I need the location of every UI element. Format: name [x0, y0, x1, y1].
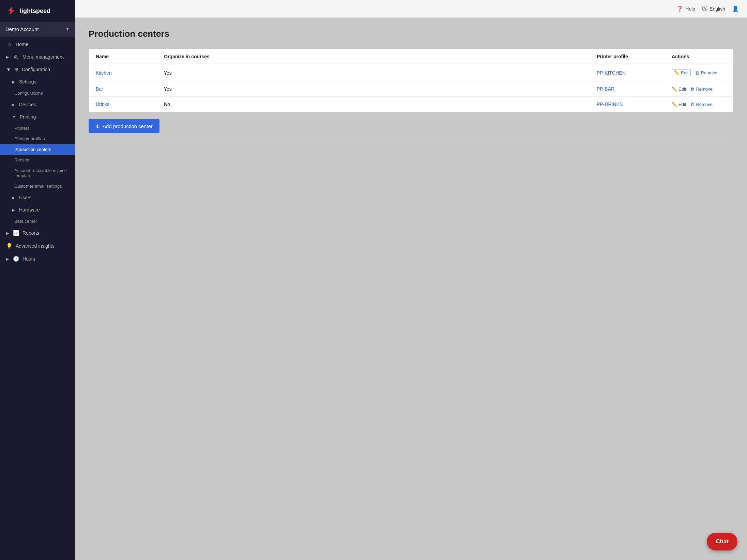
logo-text: lightspeed	[20, 7, 50, 15]
account-name: Demo Account	[5, 26, 39, 32]
row-printer-kitchen[interactable]: PP-KITCHEN	[597, 70, 626, 76]
hours-arrow-icon: ▶	[6, 257, 9, 261]
sidebar-item-production-centers[interactable]: Production centers	[0, 144, 75, 155]
col-header-organize: Organize in courses	[164, 54, 597, 59]
user-menu-button[interactable]: 👤	[732, 5, 739, 12]
sidebar-item-account-receivable[interactable]: Account receivable invoice template	[0, 165, 75, 181]
sidebar-label-users: Users	[19, 195, 32, 200]
divider	[89, 140, 733, 140]
sidebar-item-printers[interactable]: Printers	[0, 123, 75, 134]
row-organize-kitchen: Yes	[164, 70, 597, 76]
sidebar-item-printing[interactable]: ▼ Printing	[0, 111, 75, 123]
edit-icon-bar: ✏️	[672, 87, 677, 92]
sidebar-item-configuration[interactable]: ▼ ⊞ Configuration	[0, 63, 75, 76]
remove-button-drinks[interactable]: 🗑 Remove	[690, 102, 712, 107]
chat-label: Chat	[716, 538, 729, 545]
remove-button-bar[interactable]: 🗑 Remove	[690, 87, 712, 92]
sidebar-label-configuration: Configuration	[22, 67, 50, 72]
table-row: Kitchen Yes PP-KITCHEN ✏️ Edit 🗑 Remove	[89, 64, 733, 81]
sidebar-item-hours[interactable]: ▶ 🕐 Hours	[0, 252, 75, 265]
row-name-drinks[interactable]: Drinks	[96, 102, 109, 107]
account-chevron-icon: ▼	[65, 27, 70, 32]
sidebar-item-receipt[interactable]: Receipt	[0, 155, 75, 165]
edit-button-bar[interactable]: ✏️ Edit	[672, 87, 686, 92]
sidebar-item-home[interactable]: ⌂ Home	[0, 38, 75, 50]
sidebar-item-printing-profiles[interactable]: Printing profiles	[0, 134, 75, 144]
help-label: Help	[685, 6, 695, 12]
table-header-row: Name Organize in courses Printer profile…	[89, 49, 733, 64]
logo-area: lightspeed	[0, 0, 75, 22]
row-actions-kitchen: ✏️ Edit 🗑 Remove	[672, 69, 726, 76]
sidebar-item-devices[interactable]: ▶ Devices	[0, 98, 75, 111]
sidebar-label-production-centers: Production centers	[14, 147, 51, 152]
remove-icon-bar: 🗑	[690, 87, 695, 92]
row-printer-bar[interactable]: PP-BAR	[597, 86, 614, 92]
col-header-name: Name	[96, 54, 164, 59]
row-name-bar[interactable]: Bar	[96, 86, 103, 92]
devices-arrow-icon: ▶	[12, 103, 15, 107]
row-actions-bar: ✏️ Edit 🗑 Remove	[672, 87, 726, 92]
row-organize-drinks: No	[164, 102, 597, 107]
account-selector[interactable]: Demo Account ▼	[0, 22, 75, 36]
col-header-printer: Printer profile	[597, 54, 672, 59]
insights-icon: 💡	[6, 243, 12, 249]
sidebar-item-configurations[interactable]: Configurations	[0, 88, 75, 98]
add-plus-icon: ⊕	[95, 123, 100, 129]
hardware-arrow-icon: ▶	[12, 208, 15, 212]
reports-icon: 📈	[13, 230, 19, 236]
menu-management-icon: ◎	[13, 54, 19, 60]
remove-icon-drinks: 🗑	[690, 102, 695, 107]
sidebar-item-settings[interactable]: ▶ Settings	[0, 76, 75, 88]
edit-button-kitchen[interactable]: ✏️ Edit	[672, 69, 691, 76]
sidebar-label-devices: Devices	[19, 102, 36, 107]
sidebar-label-menu-management: Menu management	[22, 54, 64, 60]
chat-button[interactable]: Chat	[707, 533, 737, 550]
sidebar-label-printing: Printing	[20, 114, 36, 120]
edit-button-drinks[interactable]: ✏️ Edit	[672, 102, 686, 107]
add-production-center-button[interactable]: ⊕ Add production center	[89, 119, 159, 133]
sidebar-item-menu-management[interactable]: ▶ ◎ Menu management	[0, 50, 75, 63]
users-arrow-icon: ▶	[12, 196, 15, 200]
sidebar-label-home: Home	[16, 42, 28, 47]
sidebar-label-beta-center: Beta center	[14, 219, 37, 224]
sidebar-label-hardware: Hardware	[19, 207, 40, 213]
top-bar: ❓ Help Ⓐ English 👤	[75, 0, 747, 18]
edit-icon: ✏️	[674, 70, 680, 75]
language-label: English	[710, 6, 725, 12]
table-row: Bar Yes PP-BAR ✏️ Edit 🗑 Remove	[89, 81, 733, 97]
help-button[interactable]: ❓ Help	[676, 5, 695, 12]
production-centers-table: Name Organize in courses Printer profile…	[89, 49, 733, 112]
user-icon: 👤	[732, 5, 739, 12]
sidebar-item-users[interactable]: ▶ Users	[0, 191, 75, 204]
configuration-icon: ⊞	[14, 67, 18, 72]
sidebar-label-receipt: Receipt	[14, 157, 29, 162]
sidebar-label-customer-email: Customer email settings	[14, 184, 62, 189]
expand-arrow-icon: ▶	[6, 55, 9, 59]
sidebar-label-printers: Printers	[14, 126, 30, 131]
table-row: Drinks No PP-DRINKS ✏️ Edit 🗑 Remove	[89, 97, 733, 112]
settings-arrow-icon: ▶	[12, 80, 15, 84]
home-icon: ⌂	[6, 41, 12, 47]
main-area: ❓ Help Ⓐ English 👤 Production centers Na…	[75, 0, 747, 560]
help-icon: ❓	[676, 5, 683, 12]
sidebar-item-hardware[interactable]: ▶ Hardware	[0, 204, 75, 216]
remove-icon-kitchen: 🗑	[695, 70, 699, 75]
sidebar-item-customer-email[interactable]: Customer email settings	[0, 181, 75, 191]
row-printer-drinks[interactable]: PP-DRINKS	[597, 102, 623, 107]
sidebar: lightspeed Demo Account ▼ ⌂ Home ▶ ◎ Men…	[0, 0, 75, 560]
add-production-center-label: Add production center	[103, 123, 153, 129]
sidebar-label-settings: Settings	[19, 79, 36, 84]
edit-icon-drinks: ✏️	[672, 102, 677, 107]
sidebar-item-advanced-insights[interactable]: 💡 Advanced insights	[0, 239, 75, 252]
config-arrow-icon: ▼	[6, 67, 11, 72]
language-selector[interactable]: Ⓐ English	[702, 5, 725, 12]
content-area: Production centers Name Organize in cour…	[75, 18, 747, 560]
sidebar-label-printing-profiles: Printing profiles	[14, 136, 45, 141]
sidebar-item-beta-center[interactable]: Beta center	[0, 216, 75, 227]
row-name-kitchen[interactable]: Kitchen	[96, 70, 112, 76]
sidebar-label-hours: Hours	[22, 256, 35, 262]
sidebar-label-advanced-insights: Advanced insights	[16, 243, 55, 249]
remove-button-kitchen[interactable]: 🗑 Remove	[695, 70, 717, 75]
printing-arrow-icon: ▼	[12, 115, 16, 119]
sidebar-item-reports[interactable]: ▶ 📈 Reports	[0, 227, 75, 239]
